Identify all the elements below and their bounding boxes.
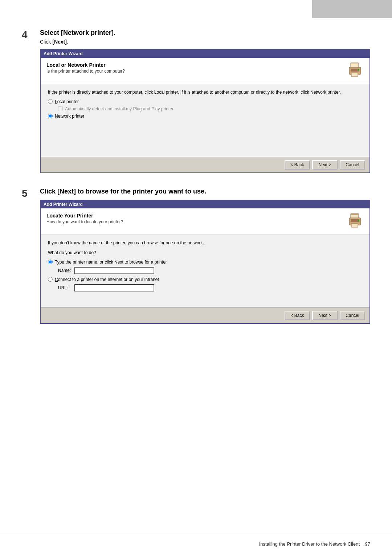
top-bar (312, 0, 392, 18)
printer-icon-2 (346, 213, 364, 230)
radio-type-name-input[interactable] (48, 260, 53, 264)
main-content: 4 Select [Network printer]. Click [Next]… (22, 29, 370, 338)
step-5-title: Click [Next] to browse for the printer y… (40, 188, 370, 195)
wizard-main-1: If the printer is directly attached to y… (41, 84, 369, 157)
printer-svg-2 (346, 213, 364, 230)
step-5-number: 5 (22, 188, 40, 324)
wizard-header-subtitle-2: How do you want to locate your printer? (46, 219, 342, 224)
radio-group-2: Type the printer name, or click Next to … (48, 260, 362, 292)
wizard-main-2: If you don't know the name of the printe… (41, 235, 369, 307)
wizard-footer-1: < Back Next > Cancel (41, 157, 369, 172)
radio-internet-label[interactable]: Connect to a printer on the Internet or … (55, 277, 159, 282)
name-field-row: Name: (58, 267, 362, 274)
wizard-body-text2-2: What do you want to do? (48, 250, 362, 256)
wizard-footer-2: < Back Next > Cancel (41, 307, 369, 323)
wizard-box-1: Add Printer Wizard Local or Network Prin… (40, 49, 370, 173)
wizard-body-1: Local or Network Printer Is the printer … (41, 58, 369, 172)
radio-local-label[interactable]: Local printer (55, 99, 79, 104)
wizard-header-title-1: Local or Network Printer (46, 62, 342, 68)
cancel-button-2[interactable]: Cancel (340, 311, 365, 320)
svg-rect-7 (351, 214, 358, 215)
radio-network: Network printer (48, 114, 362, 119)
next-button-1[interactable]: Next > (312, 160, 338, 170)
wizard-titlebar-2: Add Printer Wizard (41, 200, 369, 208)
svg-rect-4 (351, 73, 358, 77)
radio-network-label[interactable]: Network printer (55, 114, 84, 119)
top-rule (0, 22, 392, 22)
radio-local-input[interactable] (48, 99, 53, 104)
footer-page-number: 97 (365, 541, 370, 547)
wizard-box-2: Add Printer Wizard Locate Your Printer H… (40, 200, 370, 324)
step-4-content: Select [Network printer]. Click [Next]. … (40, 29, 370, 173)
back-button-2[interactable]: < Back (285, 311, 310, 320)
checkbox-autodetect-input[interactable] (58, 106, 63, 111)
radio-group-1: Local printer Automatically detect and i… (48, 99, 362, 119)
radio-connect-internet: Connect to a printer on the Internet or … (48, 277, 362, 282)
wizard-titlebar-1: Add Printer Wizard (41, 50, 369, 58)
wizard-header-2: Locate Your Printer How do you want to l… (41, 208, 369, 235)
step-5: 5 Click [Next] to browse for the printer… (22, 188, 370, 324)
footer-text: Installing the Printer Driver to the Net… (259, 541, 360, 547)
cancel-button-1[interactable]: Cancel (340, 160, 365, 170)
wizard-header-subtitle-1: Is the printer attached to your computer… (46, 69, 342, 74)
url-field-row: URL: (58, 284, 362, 292)
step-4-number: 4 (22, 30, 40, 173)
svg-rect-1 (351, 64, 358, 64)
svg-rect-10 (351, 224, 358, 227)
radio-network-input[interactable] (48, 114, 53, 118)
printer-icon-1 (346, 62, 364, 80)
printer-svg-1 (346, 62, 364, 80)
step-4-title: Select [Network printer]. (40, 29, 370, 37)
wizard-header-1: Local or Network Printer Is the printer … (41, 58, 369, 84)
svg-point-11 (358, 220, 359, 221)
radio-type-name: Type the printer name, or click Next to … (48, 260, 362, 265)
checkbox-autodetect-label: Automatically detect and install my Plug… (65, 106, 173, 111)
name-label: Name: (58, 268, 74, 273)
step-4-subtitle: Click [Next]. (40, 39, 370, 45)
step-5-content: Click [Next] to browse for the printer y… (40, 188, 370, 324)
next-button-2[interactable]: Next > (312, 311, 338, 320)
back-button-1[interactable]: < Back (285, 160, 310, 170)
wizard-body-2: Locate Your Printer How do you want to l… (41, 208, 369, 323)
radio-type-name-label[interactable]: Type the printer name, or click Next to … (55, 260, 167, 265)
name-input[interactable] (74, 267, 154, 274)
radio-internet-input[interactable] (48, 277, 53, 282)
checkbox-autodetect: Automatically detect and install my Plug… (58, 106, 362, 111)
footer: Installing the Printer Driver to the Net… (0, 541, 392, 547)
url-input[interactable] (74, 284, 154, 292)
wizard-body-text-1: If the printer is directly attached to y… (48, 89, 362, 95)
radio-local: Local printer (48, 99, 362, 104)
wizard-header-title-2: Locate Your Printer (46, 213, 342, 219)
bottom-rule (0, 532, 392, 532)
svg-point-5 (358, 69, 359, 70)
wizard-body-text1-2: If you don't know the name of the printe… (48, 240, 362, 246)
step-4: 4 Select [Network printer]. Click [Next]… (22, 29, 370, 173)
url-label: URL: (58, 285, 74, 290)
